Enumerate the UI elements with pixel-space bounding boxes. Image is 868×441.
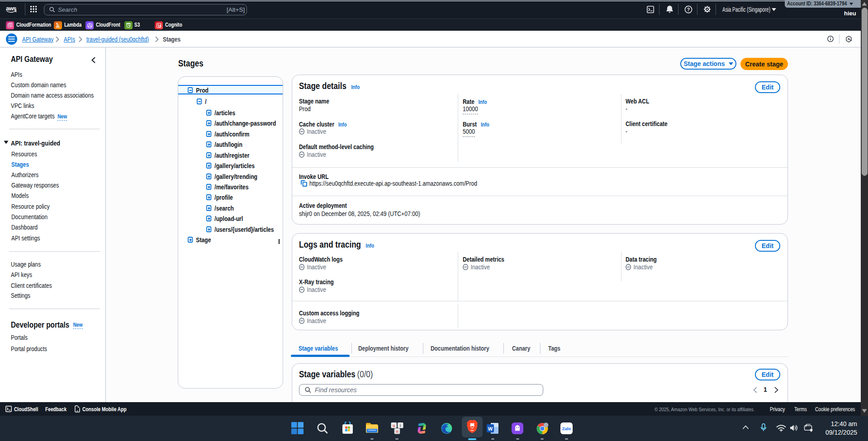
svg-text:n: n [396,429,398,434]
svg-text:Zalo: Zalo [562,426,571,431]
svg-text:i: i [400,423,401,428]
svg-text:?: ? [687,7,690,12]
svg-text:aws: aws [6,5,16,12]
svg-text:W: W [488,426,493,432]
svg-text:u: u [393,423,395,428]
